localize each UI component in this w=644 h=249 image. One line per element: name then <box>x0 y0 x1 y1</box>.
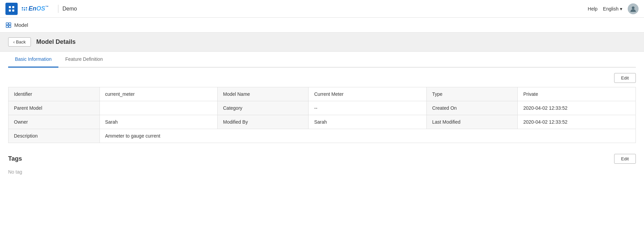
model-icon <box>5 22 12 28</box>
tab-feature-definition[interactable]: Feature Definition <box>58 52 110 68</box>
last-modified-label: Last Modified <box>426 115 518 129</box>
last-modified-value: 2020-04-02 12:33:52 <box>518 115 636 129</box>
topbar-right: Help English ▾ <box>588 3 639 14</box>
modified-by-value: Sarah <box>309 115 426 129</box>
category-value: -- <box>309 101 426 115</box>
identifier-label: Identifier <box>8 87 100 101</box>
type-value: Private <box>518 87 636 101</box>
section-actions: Edit <box>8 68 636 87</box>
details-table: Identifier current_meter Model Name Curr… <box>8 87 636 143</box>
identifier-value: current_meter <box>99 87 217 101</box>
svg-rect-7 <box>6 25 8 28</box>
grid-icon[interactable] <box>5 3 18 15</box>
tab-basic-information[interactable]: Basic Information <box>8 52 58 68</box>
tabs: Basic Information Feature Definition <box>8 52 636 68</box>
tags-header: Tags Edit <box>8 154 636 164</box>
table-row: Owner Sarah Modified By Sarah Last Modif… <box>8 115 636 129</box>
description-value: Ammeter to gauge current <box>99 129 636 143</box>
model-name-label: Model Name <box>217 87 309 101</box>
parent-model-label: Parent Model <box>8 101 100 115</box>
tags-edit-button[interactable]: Edit <box>614 154 636 164</box>
category-label: Category <box>217 101 309 115</box>
logo-text: EnOS™ <box>29 5 49 12</box>
table-row: Parent Model Category -- Created On 2020… <box>8 101 636 115</box>
svg-rect-0 <box>9 6 11 8</box>
table-row: Description Ammeter to gauge current <box>8 129 636 143</box>
type-label: Type <box>426 87 518 101</box>
app-name: Demo <box>62 6 77 12</box>
edit-button[interactable]: Edit <box>614 73 636 83</box>
language-selector[interactable]: English ▾ <box>603 6 622 12</box>
topbar-divider <box>58 5 58 13</box>
tags-title: Tags <box>8 155 22 162</box>
avatar[interactable] <box>628 3 639 14</box>
owner-value: Sarah <box>99 115 217 129</box>
language-label: English <box>603 6 619 12</box>
tags-section: Tags Edit No tag <box>8 154 636 175</box>
secondary-nav: Model <box>0 18 644 33</box>
svg-rect-3 <box>12 10 14 12</box>
svg-rect-6 <box>9 23 11 25</box>
model-name-value: Current Meter <box>309 87 426 101</box>
parent-model-value <box>99 101 217 115</box>
svg-rect-2 <box>9 10 11 12</box>
owner-label: Owner <box>8 115 100 129</box>
page-title: Model Details <box>36 38 76 46</box>
svg-rect-1 <box>12 6 14 8</box>
modified-by-label: Modified By <box>217 115 309 129</box>
secondary-nav-title: Model <box>14 22 28 28</box>
created-on-value: 2020-04-02 12:33:52 <box>518 101 636 115</box>
created-on-label: Created On <box>426 101 518 115</box>
table-row: Identifier current_meter Model Name Curr… <box>8 87 636 101</box>
svg-rect-5 <box>6 23 8 25</box>
back-button[interactable]: ‹ Back <box>8 37 31 47</box>
page-header: ‹ Back Model Details <box>0 33 644 52</box>
logo: EnOS™ <box>22 5 49 12</box>
svg-point-4 <box>632 6 634 9</box>
description-label: Description <box>8 129 100 143</box>
svg-rect-8 <box>9 25 11 28</box>
no-tag-label: No tag <box>8 169 22 175</box>
help-link[interactable]: Help <box>588 6 597 12</box>
chevron-down-icon: ▾ <box>620 6 622 12</box>
topbar: EnOS™ Demo Help English ▾ <box>0 0 644 18</box>
main-content: Basic Information Feature Definition Edi… <box>0 52 644 183</box>
